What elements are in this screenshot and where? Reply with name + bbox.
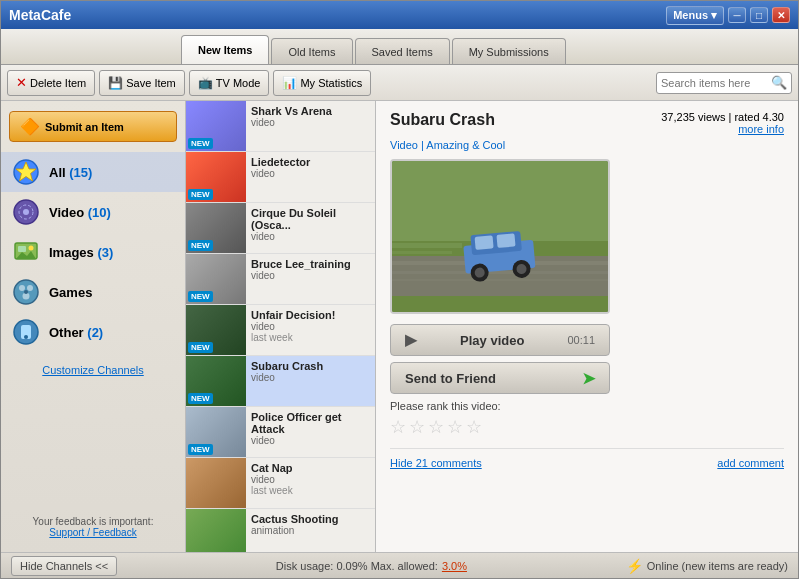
list-item[interactable]: NEW Bruce Lee_training video [186, 254, 375, 305]
send-arrow-icon: ➤ [582, 369, 595, 388]
detail-panel: Subaru Crash 37,235 views | rated 4.30 m… [376, 101, 798, 552]
thumbnail: NEW [186, 254, 246, 304]
tv-mode-button[interactable]: 📺 TV Mode [189, 70, 270, 96]
search-button[interactable]: 🔍 [771, 75, 787, 90]
star-2[interactable]: ☆ [409, 416, 425, 438]
app-title: MetaCafe [9, 7, 71, 23]
sidebar-item-games[interactable]: Games [1, 272, 185, 312]
sidebar-item-other[interactable]: Other (2) [1, 312, 185, 352]
sidebar-item-images[interactable]: Images (3) [1, 232, 185, 272]
hide-channels-button[interactable]: Hide Channels << [11, 556, 117, 576]
tabbar: New Items Old Items Saved Items My Submi… [1, 29, 798, 65]
thumbnail: NEW [186, 407, 246, 457]
sidebar-label-other: Other (2) [49, 325, 103, 340]
list-item[interactable]: NEW Liedetector video [186, 152, 375, 203]
statusbar: Hide Channels << Disk usage: 0.09% Max. … [1, 552, 798, 578]
list-item[interactable]: NEW Unfair Decision! video last week [186, 305, 375, 356]
video-preview-image [392, 161, 610, 314]
star-rating[interactable]: ☆ ☆ ☆ ☆ ☆ [390, 416, 784, 438]
svg-rect-26 [496, 233, 515, 248]
new-badge: NEW [188, 189, 213, 200]
minimize-button[interactable]: ─ [728, 7, 746, 23]
stats-icon: 📊 [282, 76, 297, 90]
disk-usage-link[interactable]: 3.0% [442, 560, 467, 572]
list-item[interactable]: Cactus Shooting animation [186, 509, 375, 552]
customize-channels-link[interactable]: Customize Channels [1, 360, 185, 380]
send-to-friend-button[interactable]: Send to Friend ➤ [390, 362, 610, 394]
close-button[interactable]: ✕ [772, 7, 790, 23]
star-1[interactable]: ☆ [390, 416, 406, 438]
detail-stats: 37,235 views | rated 4.30 more info [661, 111, 784, 135]
svg-point-16 [24, 335, 28, 339]
new-badge: NEW [188, 240, 213, 251]
list-item[interactable]: NEW Shark Vs Arena video [186, 101, 375, 152]
list-item-selected[interactable]: NEW Subaru Crash video [186, 356, 375, 407]
video-icon [11, 197, 41, 227]
more-info-link[interactable]: more info [738, 123, 784, 135]
sidebar-item-all[interactable]: All (15) [1, 152, 185, 192]
menus-button[interactable]: Menus ▾ [666, 6, 724, 25]
search-box: 🔍 [656, 72, 792, 94]
thumbnail: NEW [186, 152, 246, 202]
video-preview[interactable] [390, 159, 610, 314]
content-list: NEW Shark Vs Arena video NEW Liedetector… [186, 101, 376, 552]
all-icon [11, 157, 41, 187]
feedback-area: Your feedback is important: Support / Fe… [1, 508, 185, 546]
detail-header: Subaru Crash 37,235 views | rated 4.30 m… [390, 111, 784, 135]
search-input[interactable] [661, 77, 771, 89]
breadcrumb-category[interactable]: Amazing & Cool [426, 139, 505, 151]
other-icon [11, 317, 41, 347]
images-icon [11, 237, 41, 267]
tab-old-items[interactable]: Old Items [271, 38, 352, 64]
add-comment-link[interactable]: add comment [717, 457, 784, 469]
list-item[interactable]: NEW Police Officer get Attack video [186, 407, 375, 458]
sidebar-label-images: Images (3) [49, 245, 113, 260]
delete-icon: ✕ [16, 75, 27, 90]
tab-my-submissions[interactable]: My Submissions [452, 38, 566, 64]
thumbnail: NEW [186, 203, 246, 253]
play-time: 00:11 [567, 334, 595, 346]
tab-new-items[interactable]: New Items [181, 35, 269, 64]
titlebar-right: Menus ▾ ─ □ ✕ [666, 6, 790, 25]
svg-rect-25 [475, 235, 494, 250]
sidebar-label-all: All (15) [49, 165, 92, 180]
star-3[interactable]: ☆ [428, 416, 444, 438]
thumbnail: NEW [186, 101, 246, 151]
titlebar-left: MetaCafe [9, 7, 71, 23]
hide-comments-link[interactable]: Hide 21 comments [390, 457, 482, 469]
sidebar-label-video: Video (10) [49, 205, 111, 220]
save-icon: 💾 [108, 76, 123, 90]
comments-row: Hide 21 comments add comment [390, 448, 784, 469]
detail-title: Subaru Crash [390, 111, 495, 129]
main-area: 🔶 Submit an Item All (15) [1, 101, 798, 552]
my-statistics-button[interactable]: 📊 My Statistics [273, 70, 371, 96]
svg-rect-31 [392, 243, 462, 248]
tab-saved-items[interactable]: Saved Items [355, 38, 450, 64]
disk-usage: Disk usage: 0.09% Max. allowed: 3.0% [276, 560, 467, 572]
app-window: MetaCafe Menus ▾ ─ □ ✕ New Items Old Ite… [0, 0, 799, 579]
new-badge: NEW [188, 393, 213, 404]
svg-point-4 [23, 209, 29, 215]
save-item-button[interactable]: 💾 Save Item [99, 70, 185, 96]
svg-rect-21 [392, 271, 610, 274]
new-badge: NEW [188, 291, 213, 302]
maximize-button[interactable]: □ [750, 7, 768, 23]
svg-rect-22 [392, 279, 610, 281]
svg-point-10 [19, 285, 25, 291]
star-4[interactable]: ☆ [447, 416, 463, 438]
sidebar-item-video[interactable]: Video (10) [1, 192, 185, 232]
rank-label: Please rank this video: [390, 400, 784, 412]
svg-point-8 [29, 246, 34, 251]
star-5[interactable]: ☆ [466, 416, 482, 438]
submit-item-button[interactable]: 🔶 Submit an Item [9, 111, 177, 142]
sidebar-label-games: Games [49, 285, 92, 300]
new-badge: NEW [188, 342, 213, 353]
new-badge: NEW [188, 444, 213, 455]
list-item[interactable]: Cat Nap video last week [186, 458, 375, 509]
delete-item-button[interactable]: ✕ Delete Item [7, 70, 95, 96]
list-item[interactable]: NEW Cirque Du Soleil (Osca... video [186, 203, 375, 254]
breadcrumb-video[interactable]: Video [390, 139, 418, 151]
play-icon: ▶ [405, 331, 417, 349]
play-video-button[interactable]: ▶ Play video 00:11 [390, 324, 610, 356]
support-feedback-link[interactable]: Support / Feedback [11, 527, 175, 538]
